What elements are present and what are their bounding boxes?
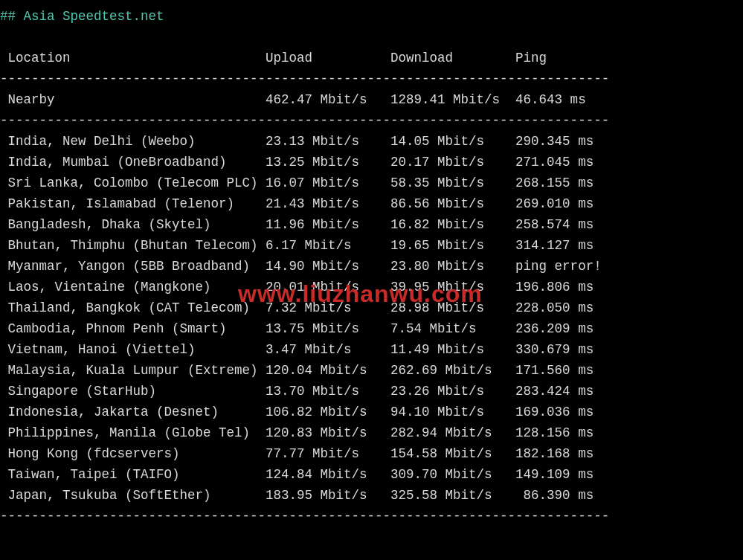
table-row: Myanmar, Yangon (5BB Broadband) 14.90 Mb… <box>0 256 743 277</box>
table-row: Singapore (StarHub) 13.70 Mbit/s 23.26 M… <box>0 381 743 402</box>
table-row: Laos, Vientaine (Mangkone) 20.01 Mbit/s … <box>0 277 743 297</box>
table-header: Location Upload Download Ping <box>0 48 743 68</box>
rows-container: India, New Delhi (Weebo) 23.13 Mbit/s 14… <box>0 131 743 506</box>
table-row: Sri Lanka, Colombo (Telecom PLC) 16.07 M… <box>0 173 743 193</box>
table-row: Indonesia, Jakarta (Desnet) 106.82 Mbit/… <box>0 402 743 422</box>
table-row: India, New Delhi (Weebo) 23.13 Mbit/s 14… <box>0 131 743 152</box>
table-row: Pakistan, Islamabad (Telenor) 21.43 Mbit… <box>0 193 743 214</box>
nearby-row: Nearby 462.47 Mbit/s 1289.41 Mbit/s 46.6… <box>0 89 743 110</box>
table-row: Philippines, Manila (Globe Tel) 120.83 M… <box>0 422 743 443</box>
table-row: Japan, Tsukuba (SoftEther) 183.95 Mbit/s… <box>0 485 743 506</box>
table-row: Hong Kong (fdcservers) 77.77 Mbit/s 154.… <box>0 443 743 464</box>
table-row: Taiwan, Taipei (TAIFO) 124.84 Mbit/s 309… <box>0 464 743 485</box>
table-row: Malaysia, Kuala Lumpur (Extreme) 120.04 … <box>0 360 743 381</box>
divider-top: ----------------------------------------… <box>0 71 609 86</box>
table-row: Bhutan, Thimphu (Bhutan Telecom) 6.17 Mb… <box>0 235 743 256</box>
table-row: Bangladesh, Dhaka (Skytel) 11.96 Mbit/s … <box>0 214 743 235</box>
terminal-output: ## Asia Speedtest.net Location Upload Do… <box>0 0 743 535</box>
table-row: Vietnam, Hanoi (Viettel) 3.47 Mbit/s 11.… <box>0 339 743 360</box>
divider-bottom: ----------------------------------------… <box>0 509 609 524</box>
table-row: Cambodia, Phnom Penh (Smart) 13.75 Mbit/… <box>0 318 743 339</box>
divider-mid: ----------------------------------------… <box>0 113 609 128</box>
section-title: ## Asia Speedtest.net <box>0 9 164 24</box>
table-row: India, Mumbai (OneBroadband) 13.25 Mbit/… <box>0 152 743 173</box>
table-row: Thailand, Bangkok (CAT Telecom) 7.32 Mbi… <box>0 297 743 318</box>
